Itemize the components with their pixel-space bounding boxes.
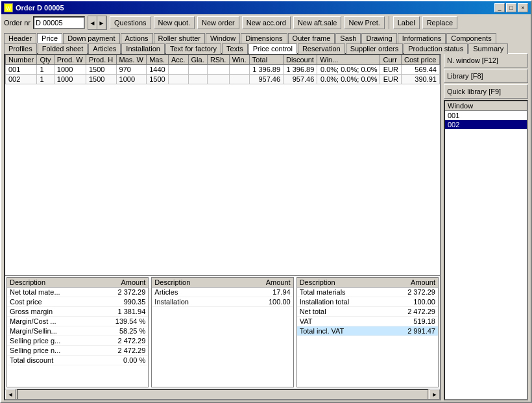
col-mas-w: Mas. W	[116, 55, 147, 65]
tab-sash[interactable]: Sash	[335, 33, 361, 43]
col-qty: Qty	[37, 55, 54, 65]
separator	[389, 16, 389, 29]
tab-folded-sheet[interactable]: Folded sheet	[38, 43, 88, 54]
nav-buttons: ◄ ►	[88, 16, 107, 30]
summary-panel-1: Description Amount Net total mate...2 37…	[6, 277, 149, 387]
tabs-row1: Header Price Down payment Actions Roller…	[1, 31, 531, 43]
main-window: W Order D 00005 _ □ × Order nr ◄ ► Quest…	[0, 0, 532, 403]
summary-row: Total discount0.00 %	[7, 356, 148, 365]
summary-panel-3: Description Amount Total materials2 372.…	[296, 277, 439, 387]
replace-button[interactable]: Replace	[422, 16, 457, 29]
sum1-col-desc: Description	[7, 278, 93, 287]
main-area: Number Qty Prod. W Prod. H Mas. W Mas. A…	[1, 53, 531, 402]
col-win-pct: Win...	[317, 55, 380, 65]
new-order-button[interactable]: New order	[197, 16, 239, 29]
table-area[interactable]: Number Qty Prod. W Prod. H Mas. W Mas. A…	[5, 55, 440, 275]
col-cost-price: Cost price	[401, 55, 439, 65]
scroll-right-button[interactable]: ►	[429, 389, 440, 400]
scroll-left-button[interactable]: ◄	[5, 389, 16, 400]
summary-row: Margin/Cost ...139.54 %	[7, 317, 148, 326]
tab-roller-shutter[interactable]: Roller shutter	[154, 33, 205, 43]
summary-row: Gross margin1 381.94	[7, 307, 148, 317]
tab-installation[interactable]: Installation	[121, 43, 165, 54]
col-number: Number	[6, 55, 37, 65]
col-discount: Discount	[284, 55, 317, 65]
label-button[interactable]: Label	[393, 16, 420, 29]
summary-row: Net total mate...2 372.29	[7, 287, 148, 297]
minimize-button[interactable]: _	[494, 3, 505, 12]
summary-row: Margin/Sellin...58.25 %	[7, 326, 148, 336]
col-win: Win.	[229, 55, 249, 65]
col-rsh: RSh.	[207, 55, 229, 65]
summary-row: Total materials2 372.29	[297, 287, 438, 297]
col-gla: Gla.	[188, 55, 207, 65]
order-input[interactable]	[33, 16, 85, 29]
summary-row: Selling price n...2 472.29	[7, 346, 148, 356]
summary-row: Total incl. VAT2 991.47	[297, 326, 438, 336]
nav-next-button[interactable]: ►	[97, 16, 106, 29]
summary-row: Net total2 472.29	[297, 307, 438, 317]
h-scrollbar-area: ◄ ►	[5, 389, 440, 399]
col-prod-w: Prod. W	[54, 55, 86, 65]
tab-profiles[interactable]: Profiles	[4, 43, 37, 54]
library-button[interactable]: Library [F8]	[444, 69, 528, 83]
sum3-col-amount: Amount	[385, 278, 438, 287]
h-scrollbar-track[interactable]	[17, 389, 428, 400]
tab-actions[interactable]: Actions	[121, 33, 153, 43]
tab-articles[interactable]: Articles	[88, 43, 121, 54]
tabs-row2: Profiles Folded sheet Articles Installat…	[1, 43, 531, 53]
tab-header[interactable]: Header	[4, 33, 36, 43]
new-aft-sale-button[interactable]: New aft.sale	[293, 16, 342, 29]
tab-down-payment[interactable]: Down payment	[63, 33, 119, 43]
tab-dimensions[interactable]: Dimensions	[241, 33, 287, 43]
window-icon: W	[4, 3, 13, 12]
new-quot-button[interactable]: New quot.	[154, 16, 195, 29]
tab-price[interactable]: Price	[37, 33, 62, 43]
tab-informations[interactable]: Informations	[398, 33, 446, 43]
summary-row: Installation100.00	[152, 297, 293, 307]
tab-text-for-factory[interactable]: Text for factory	[165, 43, 221, 54]
bottom-summary-area: Description Amount Net total mate...2 37…	[5, 275, 440, 389]
maximize-button[interactable]: □	[506, 3, 516, 12]
window-item-002[interactable]: 002	[445, 120, 527, 129]
col-prod-h: Prod. H	[86, 55, 116, 65]
title-bar: W Order D 00005 _ □ ×	[1, 1, 531, 14]
window-item-001[interactable]: 001	[445, 111, 527, 120]
summary-row: VAT519.18	[297, 317, 438, 326]
table-row[interactable]: 00211000150010001500957.46957.460.0%; 0.…	[6, 75, 440, 84]
tab-components[interactable]: Components	[446, 33, 496, 43]
col-curr: Curr	[380, 55, 401, 65]
new-acc-ord-button[interactable]: New acc.ord	[242, 16, 291, 29]
summary-table-2: Description Amount Articles17.94Installa…	[152, 278, 293, 307]
tab-production-status[interactable]: Production status	[404, 43, 468, 54]
quick-library-button[interactable]: Quick library [F9]	[444, 84, 528, 99]
summary-row: Installation total100.00	[297, 297, 438, 307]
tab-reservation[interactable]: Reservation	[298, 43, 345, 54]
col-acc: Acc.	[168, 55, 188, 65]
window-list-container: Window 001 002	[444, 100, 528, 400]
new-window-button[interactable]: N. window [F12]	[444, 53, 528, 67]
sum1-col-amount: Amount	[93, 278, 148, 287]
col-mas: Mas.	[147, 55, 169, 65]
tab-price-control[interactable]: Price control	[248, 43, 297, 54]
summary-row: Articles17.94	[152, 287, 293, 297]
new-pret-button[interactable]: New Pret.	[344, 16, 384, 29]
summary-table-1: Description Amount Net total mate...2 37…	[7, 278, 148, 365]
tab-texts[interactable]: Texts	[222, 43, 248, 54]
window-list-header: Window	[445, 101, 527, 111]
nav-prev-button[interactable]: ◄	[88, 16, 97, 29]
left-panel: Number Qty Prod. W Prod. H Mas. W Mas. A…	[4, 53, 441, 400]
tab-supplier-orders[interactable]: Supplier orders	[346, 43, 404, 54]
tab-drawing[interactable]: Drawing	[361, 33, 396, 43]
tab-summary[interactable]: Summary	[468, 43, 508, 54]
summary-table-3: Description Amount Total materials2 372.…	[297, 278, 438, 336]
tab-outer-frame[interactable]: Outer frame	[288, 33, 335, 43]
tab-window[interactable]: Window	[206, 33, 240, 43]
close-button[interactable]: ×	[518, 3, 528, 12]
summary-panel-2: Description Amount Articles17.94Installa…	[151, 277, 293, 387]
right-panel: N. window [F12] Library [F8] Quick libra…	[444, 53, 528, 400]
questions-button[interactable]: Questions	[110, 16, 151, 29]
table-row[interactable]: 00111000150097014401 396.891 396.890.0%;…	[6, 65, 440, 75]
col-total: Total	[249, 55, 283, 65]
data-table: Number Qty Prod. W Prod. H Mas. W Mas. A…	[5, 55, 440, 84]
